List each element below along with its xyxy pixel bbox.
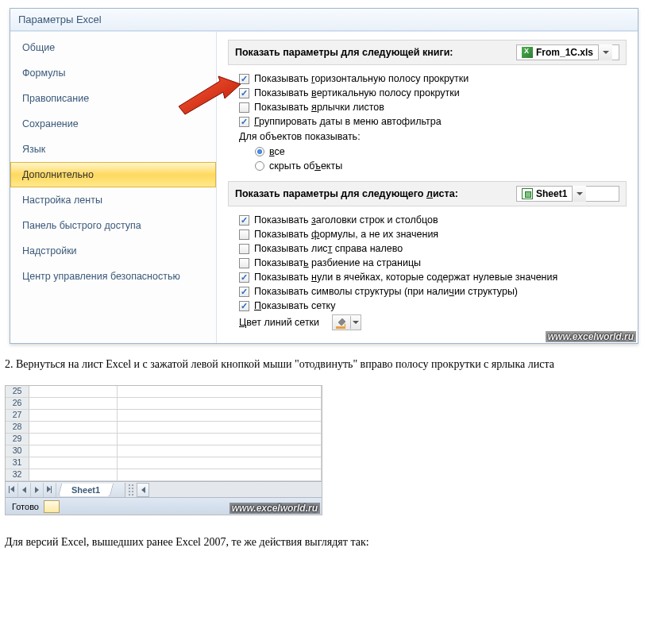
checkbox-icon (239, 102, 249, 113)
cell-area[interactable] (29, 410, 322, 421)
checkbox-option[interactable]: Показывать ярлычки листов (228, 100, 627, 114)
workbook-dropdown[interactable]: From_1C.xls (516, 44, 619, 60)
nav-first-button[interactable] (6, 483, 18, 497)
checkbox-icon (239, 88, 249, 98)
sheet-dropdown[interactable]: Sheet1 (516, 186, 619, 202)
checkbox-icon (239, 229, 249, 240)
row-header[interactable]: 26 (6, 398, 29, 409)
checkbox-option[interactable]: Группировать даты в меню автофильтра (228, 114, 627, 129)
chevron-down-icon[interactable] (598, 44, 612, 60)
status-text: Готово (12, 502, 39, 511)
cell-area[interactable] (29, 445, 322, 457)
row-header[interactable]: 30 (6, 445, 29, 457)
row-header[interactable]: 28 (6, 422, 29, 433)
cell-area[interactable] (29, 398, 322, 409)
sidebar-item[interactable]: Правописание (10, 86, 216, 111)
sidebar-item[interactable]: Общие (10, 35, 216, 60)
cell-area[interactable] (29, 469, 322, 480)
workbook-dropdown-value: From_1C.xls (536, 47, 593, 58)
checkbox-option[interactable]: Показывать заголовки строк и столбцов (228, 213, 627, 227)
chevron-down-icon[interactable] (572, 186, 586, 202)
sidebar-item[interactable]: Надстройки (10, 238, 216, 264)
watermark: www.excelworld.ru (546, 331, 636, 342)
dialog-title: Параметры Excel (10, 9, 638, 31)
sidebar-item[interactable]: Формулы (10, 60, 216, 86)
option-label: Показывать сетку (254, 300, 335, 311)
cell-area[interactable] (29, 386, 322, 397)
sheet-row: 27 (6, 410, 322, 422)
watermark: www.excelworld.ru (230, 503, 320, 514)
option-label: Показывать вертикальную полосу прокрутки (254, 87, 460, 98)
option-label: Показывать формулы, а не их значения (254, 229, 438, 240)
checkbox-option[interactable]: Показывать нули в ячейках, которые содер… (228, 270, 627, 284)
sheet-row: 29 (6, 434, 322, 445)
cell-area[interactable] (29, 457, 322, 469)
sheet-row: 25 (6, 386, 322, 398)
nav-last-button[interactable] (44, 483, 56, 497)
macro-record-button[interactable] (44, 500, 60, 513)
option-label: скрыть объекты (269, 160, 342, 172)
nav-next-button[interactable] (31, 483, 44, 497)
checkbox-option[interactable]: Показывать символы структуры (при наличи… (228, 284, 627, 299)
checkbox-option[interactable]: Показывать формулы, а не их значения (228, 227, 627, 241)
radio-option[interactable]: скрыть объекты (228, 159, 627, 173)
radio-option[interactable]: все (228, 145, 627, 159)
sidebar-item[interactable]: Центр управления безопасностью (10, 264, 216, 289)
row-header[interactable]: 32 (6, 469, 29, 480)
checkbox-option[interactable]: Показывать вертикальную полосу прокрутки (228, 86, 627, 100)
row-header[interactable]: 31 (6, 457, 29, 469)
sidebar-item[interactable]: Сохранение (10, 111, 216, 137)
option-label: Показывать нули в ячейках, которые содер… (254, 272, 557, 283)
checkbox-icon (239, 258, 249, 268)
scroll-left-button[interactable] (137, 483, 149, 497)
option-label: Показывать горизонтальную полосу прокрут… (254, 73, 469, 84)
sheet-tab-bar: Sheet1 (6, 481, 322, 497)
dialog-main: Показать параметры для следующей книги: … (217, 32, 638, 343)
checkbox-icon (239, 301, 249, 311)
row-header[interactable]: 25 (6, 386, 29, 397)
checkbox-icon (239, 244, 249, 254)
checkbox-option[interactable]: Показывать сетку (228, 299, 627, 313)
sheet-heading: Показать параметры для следующего листа: (235, 188, 458, 199)
sidebar-item[interactable]: Панель быстрого доступа (10, 213, 216, 238)
workbook-section-header: Показать параметры для следующей книги: … (228, 40, 627, 65)
checkbox-option[interactable]: Показывать лист справа налево (228, 241, 627, 256)
cell-area[interactable] (29, 422, 322, 433)
sheet-row: 26 (6, 398, 322, 410)
sidebar-item[interactable]: Язык (10, 137, 216, 162)
checkbox-option[interactable]: Показывать разбиение на страницы (228, 256, 627, 270)
sheet-dropdown-value: Sheet1 (536, 188, 567, 199)
checkbox-icon (239, 215, 249, 226)
option-label: Показывать разбиение на страницы (254, 257, 421, 268)
excel-file-icon (522, 47, 533, 58)
option-label: Показывать лист справа налево (254, 243, 403, 254)
radio-icon (255, 161, 264, 171)
workbook-heading: Показать параметры для следующей книги: (235, 47, 453, 58)
sheet-tab[interactable]: Sheet1 (58, 484, 114, 496)
option-label: Показывать заголовки строк и столбцов (254, 214, 438, 226)
objects-label: Для объектов показывать: (228, 129, 627, 145)
option-label: Группировать даты в меню автофильтра (254, 116, 442, 127)
checkbox-icon (239, 287, 249, 297)
option-label: все (269, 146, 285, 157)
checkbox-option[interactable]: Показывать горизонтальную полосу прокрут… (228, 71, 627, 86)
cell-area[interactable] (29, 434, 322, 445)
row-header[interactable]: 27 (6, 410, 29, 421)
sidebar-item[interactable]: Дополнительно (10, 162, 216, 187)
sidebar-item[interactable]: Настройка ленты (10, 187, 216, 213)
row-header[interactable]: 29 (6, 434, 29, 445)
grid-color-picker[interactable] (332, 314, 361, 330)
checkbox-icon (239, 74, 249, 84)
sheet-row: 31 (6, 457, 322, 469)
chevron-down-icon (353, 321, 359, 324)
checkbox-icon (239, 272, 249, 283)
sheet-section-header: Показать параметры для следующего листа:… (228, 181, 627, 206)
nav-prev-button[interactable] (18, 483, 31, 497)
horizontal-scrollbar[interactable] (125, 483, 322, 497)
excel-sheet-screenshot: 2526272829303132 Sheet1 Готово www.excel… (5, 385, 322, 515)
checkbox-icon (239, 117, 249, 127)
option-label: Показывать символы структуры (при наличи… (254, 286, 518, 297)
radio-icon (255, 147, 264, 156)
sheet-row: 28 (6, 422, 322, 434)
article-text-2: Для версий Excel, вышедших ранее Excel 2… (0, 515, 648, 557)
